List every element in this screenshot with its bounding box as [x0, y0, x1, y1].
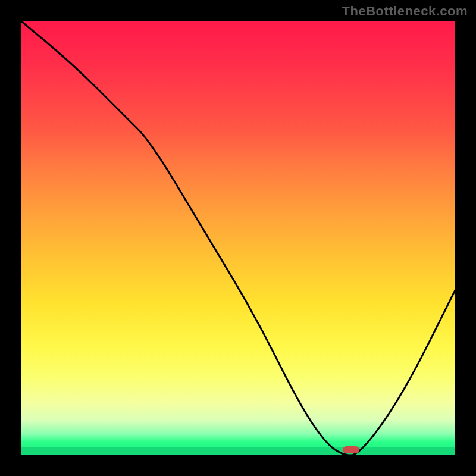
- bottleneck-curve: [21, 21, 455, 455]
- chart-frame: TheBottleneck.com: [0, 0, 476, 476]
- curve-layer: [21, 21, 455, 455]
- optimum-marker: [343, 446, 359, 453]
- watermark-text: TheBottleneck.com: [342, 4, 468, 19]
- plot-area: [21, 21, 455, 455]
